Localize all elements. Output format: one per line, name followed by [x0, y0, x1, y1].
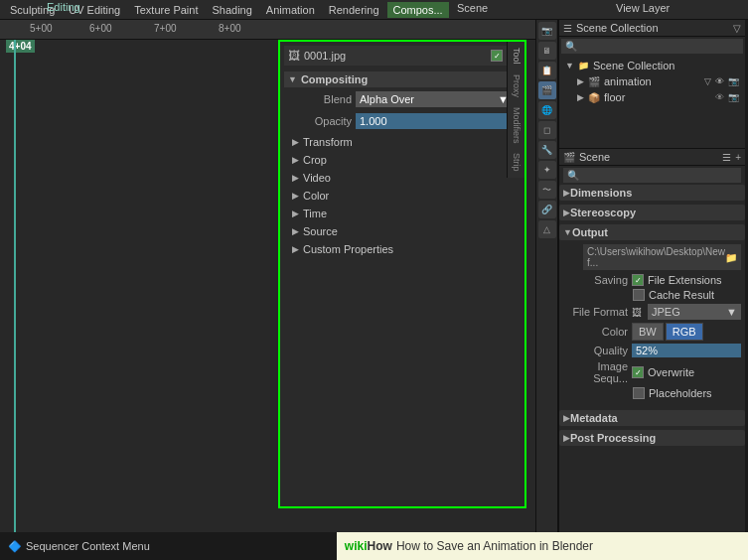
constraints-icon[interactable]: 🔗 [538, 201, 556, 218]
main-layout: 5+00 6+00 7+00 8+00 4+04 🖼 0001.jpg ✓ ▼ [0, 20, 748, 532]
data-icon[interactable]: △ [538, 220, 556, 238]
output-icon[interactable]: 🖥 [538, 42, 556, 60]
props-search-icon: 🔍 [567, 170, 579, 181]
floor-visibility-icon[interactable]: 👁 [715, 92, 724, 102]
view-layer-icon-btn[interactable]: 📋 [538, 62, 556, 79]
color-rgb-btn[interactable]: RGB [666, 323, 703, 341]
render-icon[interactable]: 📷 [538, 22, 556, 40]
source-arrow: ▶ [292, 226, 299, 236]
blend-select[interactable]: Alpha Over ▼ [356, 91, 513, 107]
file-format-select[interactable]: JPEG ▼ [648, 304, 741, 320]
strip-tab[interactable]: Strip [511, 149, 523, 176]
compositing-title: Compositing [301, 73, 368, 85]
metadata-header[interactable]: ▶ Metadata [559, 410, 745, 426]
scene-props-header: 🎬 Scene ☰ + [559, 149, 745, 166]
custom-properties-section[interactable]: ▶ Custom Properties [284, 240, 521, 258]
blend-row: Blend Alpha Over ▼ [284, 89, 521, 109]
output-header[interactable]: ▼ Output [559, 224, 745, 240]
transform-arrow: ▶ [292, 137, 299, 147]
file-extensions-checkbox[interactable]: ✓ [632, 274, 644, 286]
video-section[interactable]: ▶ Video [284, 169, 521, 187]
dimensions-header[interactable]: ▶ Dimensions [559, 185, 745, 201]
time-section[interactable]: ▶ Time [284, 205, 521, 222]
menu-texture-paint[interactable]: Texture Paint [128, 2, 204, 18]
image-seq-row: Image Sequ... ✓ Overwrite [563, 360, 741, 384]
filter-icon[interactable]: ▽ [733, 23, 741, 34]
ruler-mark-5: 5+00 [30, 23, 53, 34]
timeline-area: 5+00 6+00 7+00 8+00 4+04 🖼 0001.jpg ✓ ▼ [0, 20, 536, 532]
menu-shading[interactable]: Shading [206, 2, 257, 18]
file-format-label: File Format [563, 306, 628, 318]
scene-label: Scene [457, 2, 488, 14]
image-seq-label: Image Sequ... [563, 360, 628, 384]
current-frame-box: 4+04 [6, 40, 35, 53]
search-icon: 🔍 [565, 41, 577, 52]
floor-render-icon[interactable]: 📷 [728, 92, 739, 102]
crop-section[interactable]: ▶ Crop [284, 151, 521, 169]
object-icon[interactable]: ◻ [538, 121, 556, 139]
ruler-mark-8: 8+00 [219, 23, 241, 34]
animation-visibility-icon[interactable]: 👁 [715, 76, 724, 86]
output-title: Output [572, 226, 608, 238]
scene-menu-icon[interactable]: ☰ [722, 152, 731, 163]
time-indicator [14, 40, 16, 532]
animation-collection-item[interactable]: ▶ 🎬 animation ▽ 👁 📷 [561, 73, 743, 89]
compositing-section-header[interactable]: ▼ Compositing [284, 71, 521, 87]
props-search: 🔍 [563, 168, 741, 183]
video-arrow: ▶ [292, 173, 299, 183]
world-icon[interactable]: 🌐 [538, 101, 556, 119]
ruler-mark-6: 6+00 [89, 23, 112, 34]
stereo-arrow: ▶ [563, 208, 570, 217]
menu-compositing[interactable]: Compos... [387, 2, 449, 18]
modifiers-tab[interactable]: Modifiers [511, 103, 523, 148]
dimensions-section: ▶ Dimensions [559, 185, 745, 201]
scene-add-icon[interactable]: + [735, 152, 741, 163]
color-bw-btn[interactable]: BW [632, 323, 664, 341]
scene-icon[interactable]: 🎬 [538, 81, 556, 99]
scene-props-icon: 🎬 [563, 152, 575, 163]
post-processing-arrow: ▶ [563, 433, 570, 443]
stereoscopy-section: ▶ Stereoscopy [559, 205, 745, 220]
particles-icon[interactable]: ✦ [538, 161, 556, 179]
timeline-ruler: 5+00 6+00 7+00 8+00 [0, 20, 535, 40]
quality-row: Quality 52% [563, 344, 741, 357]
dimensions-arrow: ▶ [563, 188, 570, 198]
strip-enabled-checkbox[interactable]: ✓ [491, 50, 503, 62]
animation-render-icon[interactable]: 📷 [728, 76, 739, 86]
source-section[interactable]: ▶ Source [284, 222, 521, 240]
proxy-tab[interactable]: Proxy [511, 70, 523, 101]
modifier-icon[interactable]: 🔧 [538, 141, 556, 159]
animation-name: animation [604, 75, 700, 87]
color-section[interactable]: ▶ Color [284, 187, 521, 205]
opacity-value[interactable]: 1.000 [356, 113, 513, 129]
timeline-content: 4+04 🖼 0001.jpg ✓ ▼ ▼ Compositing [0, 40, 535, 532]
properties-area: 🎬 Scene ☰ + 🔍 ▶ Dimensions [559, 149, 745, 532]
blender-icon: 🔷 [8, 540, 22, 553]
overwrite-checkbox[interactable]: ✓ [632, 366, 644, 378]
quality-slider[interactable]: 52% [632, 344, 741, 357]
scene-collection-root: ▼ 📁 Scene Collection [561, 58, 743, 73]
physics-icon[interactable]: 〜 [538, 181, 556, 199]
search-input[interactable] [581, 41, 739, 52]
outliner-section: ☰ Scene Collection ▽ 🔍 ▼ 📁 Scene Collect… [559, 20, 745, 149]
color-label: Color [563, 326, 628, 338]
output-path-input[interactable]: C:\Users\wikihow\Desktop\New f... 📁 [583, 244, 741, 270]
cache-result-checkbox[interactable] [633, 289, 645, 301]
transform-section[interactable]: ▶ Transform [284, 133, 521, 151]
scene-collection-name: Scene Collection [593, 60, 739, 71]
placeholders-checkbox[interactable] [633, 387, 645, 399]
menu-rendering[interactable]: Rendering [323, 2, 385, 18]
anim-expand-icon: ▶ [577, 76, 584, 86]
menu-animation[interactable]: Animation [260, 2, 321, 18]
post-processing-header[interactable]: ▶ Post Processing [559, 430, 745, 446]
metadata-title: Metadata [570, 412, 618, 424]
right-panel-wrapper: 📷 🖥 📋 🎬 🌐 ◻ 🔧 ✦ 〜 🔗 △ ☰ Scene Collection… [536, 20, 745, 532]
floor-collection-item[interactable]: ▶ 📦 floor 👁 📷 [561, 89, 743, 105]
tool-tab[interactable]: Tool [511, 44, 523, 69]
placeholders-label: Placeholders [649, 387, 712, 399]
outliner-search: 🔍 [561, 39, 743, 54]
props-search-input[interactable] [583, 170, 737, 181]
top-menu-bar: Sculpting UV Editing Texture Paint Shadi… [0, 0, 748, 20]
compositing-arrow: ▼ [288, 74, 297, 84]
stereoscopy-header[interactable]: ▶ Stereoscopy [559, 205, 745, 220]
